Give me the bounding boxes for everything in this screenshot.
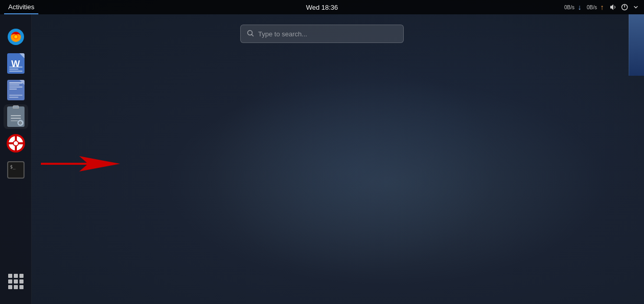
application-dock: W	[0, 14, 32, 304]
system-menu-arrow-icon[interactable]	[632, 3, 640, 11]
search-bar[interactable]	[240, 25, 404, 43]
topbar-right: 0B/s ↓ 0B/s ↑	[564, 3, 640, 11]
appgrid-dot-7	[8, 285, 12, 289]
topbar-left: Activities	[4, 0, 38, 14]
appgrid-dot-6	[19, 279, 24, 284]
appgrid-dot-2	[14, 274, 18, 278]
volume-icon[interactable]	[609, 3, 617, 11]
dock-item-pasaffe[interactable]	[4, 131, 28, 156]
activities-button[interactable]: Activities	[4, 0, 38, 14]
search-icon	[247, 30, 254, 38]
appgrid-dot-8	[14, 285, 18, 289]
appgrid-dot-1	[8, 274, 12, 278]
dock-item-writer-template[interactable]	[4, 78, 28, 102]
network-upload-indicator: 0B/s ↑	[587, 3, 606, 11]
appgrid-dot-3	[19, 274, 24, 278]
app-grid-dots	[8, 274, 24, 289]
topbar: Activities Wed 18:36 0B/s ↓ 0B/s ↑	[0, 0, 644, 14]
dock-item-terminal[interactable]: $_	[4, 158, 28, 182]
net-up-speed: 0B/s	[587, 5, 597, 10]
dock-item-clipboard[interactable]: ⚙	[4, 104, 28, 129]
appgrid-dot-9	[19, 285, 24, 289]
dock-item-writer[interactable]: W	[4, 51, 28, 76]
svg-point-5	[14, 35, 17, 38]
topbar-datetime[interactable]: Wed 18:36	[306, 4, 338, 11]
upload-arrow-icon: ↑	[598, 3, 606, 11]
search-input[interactable]	[258, 30, 397, 38]
dock-item-show-apps[interactable]	[4, 269, 28, 294]
network-download-indicator: 0B/s ↓	[564, 3, 584, 11]
dock-item-firefox[interactable]	[4, 25, 28, 49]
appgrid-dot-5	[14, 279, 18, 284]
workspace-thumbnail[interactable]	[629, 14, 644, 76]
appgrid-dot-4	[8, 279, 12, 284]
download-arrow-icon: ↓	[576, 3, 584, 11]
power-icon[interactable]	[620, 3, 629, 11]
net-down-speed: 0B/s	[564, 5, 574, 10]
desktop-background	[0, 0, 644, 304]
search-container	[240, 25, 404, 43]
